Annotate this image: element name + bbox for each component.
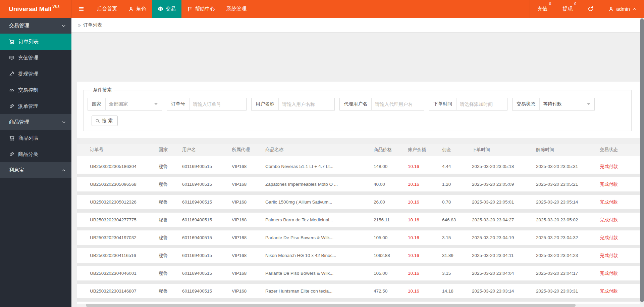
user-menu[interactable]: admin bbox=[601, 0, 644, 18]
nav-item-roles[interactable]: 角色 bbox=[123, 0, 152, 18]
cell-commission: 3.15 bbox=[442, 235, 472, 240]
sidebar-item-label: 商品列表 bbox=[18, 135, 39, 141]
double-chevron-icon: » bbox=[78, 22, 80, 28]
refresh-button[interactable] bbox=[580, 0, 601, 18]
sidebar-item-recharge-manage[interactable]: 充值管理 bbox=[0, 50, 71, 66]
country-select-value[interactable]: 全部国家 bbox=[106, 101, 154, 107]
scales-icon bbox=[158, 6, 163, 12]
sidebar-item-label: 提现管理 bbox=[18, 71, 38, 77]
cell-order-no: UB2503202304116516 bbox=[90, 253, 159, 258]
table-row: UB2503202305186304秘鲁601169400515VIP168Co… bbox=[77, 159, 640, 174]
cell-status: 完成付款 bbox=[600, 199, 640, 205]
cell-balance: 10.16 bbox=[408, 253, 442, 258]
sidebar-item-withdraw-manage[interactable]: 提现管理 bbox=[0, 66, 71, 82]
search-fields: 国家全部国家订单号用户名称代理用户名下单时间交易状态等待付款 bbox=[88, 98, 631, 111]
recharge-badge: 0 bbox=[549, 2, 551, 6]
link-icon bbox=[9, 103, 14, 109]
cell-country: 秘鲁 bbox=[159, 253, 182, 259]
app-logo: Universal MallV8.3 bbox=[0, 0, 71, 18]
cell-balance: 10.16 bbox=[408, 164, 442, 169]
search-button[interactable]: 搜索 bbox=[92, 116, 118, 126]
cell-country: 秘鲁 bbox=[159, 288, 182, 294]
cell-status: 完成付款 bbox=[600, 270, 640, 276]
order-time-input[interactable] bbox=[457, 101, 507, 107]
vertical-scrollbar-thumb[interactable] bbox=[640, 18, 644, 302]
cell-price: 2156.11 bbox=[374, 217, 408, 222]
agent-username-input[interactable] bbox=[372, 101, 424, 107]
search-field-country: 国家全部国家 bbox=[88, 98, 162, 111]
sidebar-section-trade-manage[interactable]: 交易管理 bbox=[0, 18, 71, 34]
cell-product-name: Razer Huntsman Elite con tecla... bbox=[265, 289, 374, 294]
cell-username: 601169400515 bbox=[182, 200, 232, 205]
sidebar-item-dispatch-manage[interactable]: 派单管理 bbox=[0, 98, 71, 114]
field-label: 国家 bbox=[88, 101, 105, 107]
row-gap bbox=[77, 298, 640, 302]
cell-order-no: UB2503202304197032 bbox=[90, 235, 159, 240]
cell-country: 秘鲁 bbox=[159, 217, 182, 223]
sidebar-item-trade-control[interactable]: 交易控制 bbox=[0, 82, 71, 98]
field-label: 下单时间 bbox=[429, 101, 456, 107]
cell-price: 472.50 bbox=[374, 289, 408, 294]
sidebar-item-goods-category[interactable]: 商品分类 bbox=[0, 146, 71, 162]
orders-table: 订单号国家用户名所属代理商品名称商品价格账户余额佣金下单时间解冻时间交易状态 U… bbox=[77, 144, 640, 307]
recharge-button[interactable]: 充值0 bbox=[530, 0, 555, 18]
withdraw-button[interactable]: 提现0 bbox=[555, 0, 580, 18]
vertical-scrollbar[interactable] bbox=[640, 18, 644, 307]
table-row: UB2503202303146807秘鲁601169400515VIP168Ra… bbox=[77, 284, 640, 298]
search-field-order-no: 订单号 bbox=[167, 98, 247, 111]
field-label: 用户名称 bbox=[252, 101, 278, 107]
row-gap bbox=[77, 191, 640, 195]
horizontal-scrollbar[interactable] bbox=[77, 304, 640, 307]
nav-item-system[interactable]: 系统管理 bbox=[221, 0, 252, 18]
cell-username: 601169400515 bbox=[182, 164, 232, 169]
order-no-input[interactable] bbox=[190, 101, 246, 107]
search-icon bbox=[95, 119, 100, 123]
column-header: 账户余额 bbox=[408, 147, 442, 153]
cell-username: 601169400515 bbox=[182, 253, 232, 258]
cell-unfreeze-time: 2025-03-20 23:04:17 bbox=[536, 271, 600, 276]
nav-item-home[interactable]: 后台首页 bbox=[91, 0, 123, 18]
cell-status: 完成付款 bbox=[600, 288, 640, 294]
table-header-spacer bbox=[77, 156, 640, 159]
sidebar-section-goods-manage[interactable]: 商品管理 bbox=[0, 114, 71, 130]
column-header: 订单号 bbox=[90, 147, 159, 153]
nav-item-label: 角色 bbox=[136, 6, 146, 12]
trade-status-select-value[interactable]: 等待付款 bbox=[540, 101, 587, 107]
sidebar-item-label: 充值管理 bbox=[18, 55, 38, 61]
cell-product-name: Parlante De Piso Bowers & Wilk... bbox=[265, 271, 374, 276]
column-header: 用户名 bbox=[182, 147, 232, 153]
sidebar-section-interest-treasure[interactable]: 利息宝 bbox=[0, 162, 71, 178]
cell-balance: 10.16 bbox=[408, 217, 442, 222]
nav-item-trade[interactable]: 交易 bbox=[152, 0, 181, 18]
column-header: 解冻时间 bbox=[536, 147, 600, 153]
table-body: UB2503202305186304秘鲁601169400515VIP168Co… bbox=[77, 159, 640, 304]
nav-item-help[interactable]: 帮助中心 bbox=[181, 0, 221, 18]
brand-name: Universal Mall bbox=[9, 5, 52, 13]
horizontal-scrollbar-thumb[interactable] bbox=[86, 304, 576, 307]
nav-item-label: 交易 bbox=[166, 6, 176, 12]
sidebar-item-label: 订单列表 bbox=[18, 39, 39, 45]
nav-item-label: 后台首页 bbox=[97, 6, 117, 12]
topbar-right: 充值0提现0 admin bbox=[530, 0, 644, 18]
cell-unfreeze-time: 2025-03-20 23:05:21 bbox=[536, 182, 600, 187]
field-label: 订单号 bbox=[167, 101, 189, 107]
cell-product-name: Combo Neveras 51.1 Lt + 4.7 Lt... bbox=[265, 164, 374, 169]
cell-order-no: UB2503202305096568 bbox=[90, 182, 159, 187]
cell-order-time: 2025-03-20 23:04:27 bbox=[472, 217, 536, 222]
cell-order-time: 2025-03-20 23:04:04 bbox=[472, 271, 536, 276]
cell-price: 26.00 bbox=[374, 200, 408, 205]
field-label: 交易状态 bbox=[513, 101, 539, 107]
nav-item-label: 系统管理 bbox=[226, 6, 247, 12]
cart-icon bbox=[9, 135, 15, 141]
column-header: 国家 bbox=[159, 147, 182, 153]
column-header: 商品名称 bbox=[265, 147, 374, 153]
user-name: admin bbox=[616, 6, 630, 12]
username-input[interactable] bbox=[279, 101, 334, 107]
cell-commission: 3.15 bbox=[442, 271, 472, 276]
row-gap bbox=[77, 245, 640, 248]
sidebar-item-label: 派单管理 bbox=[18, 103, 38, 109]
sidebar-toggle-button[interactable] bbox=[71, 0, 91, 18]
sidebar-item-goods-list[interactable]: 商品列表 bbox=[0, 130, 71, 146]
top-menu: 后台首页角色交易帮助中心系统管理 bbox=[91, 0, 252, 18]
sidebar-item-order-list[interactable]: 订单列表 bbox=[0, 34, 71, 50]
